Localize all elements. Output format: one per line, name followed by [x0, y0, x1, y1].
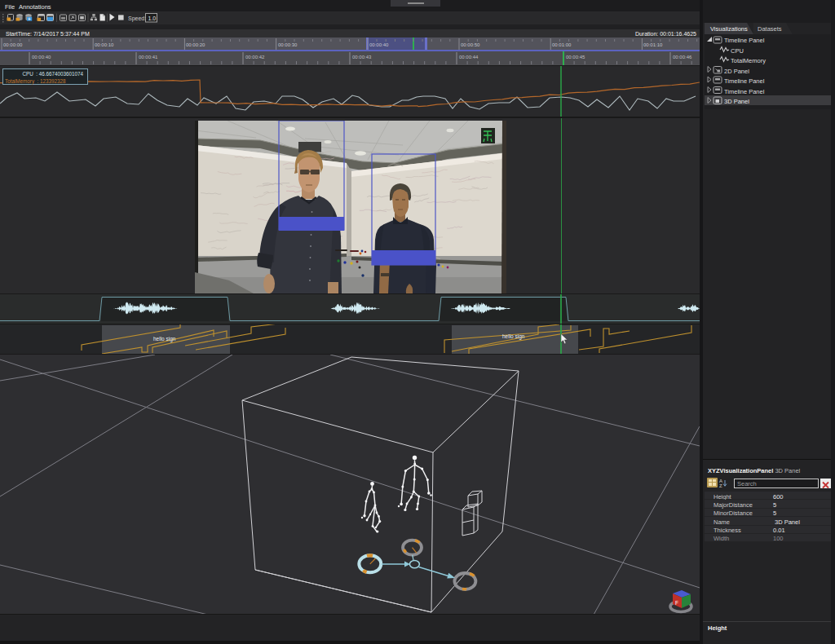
svg-text:Z: Z [719, 483, 722, 488]
svg-text:F: F [675, 600, 678, 606]
